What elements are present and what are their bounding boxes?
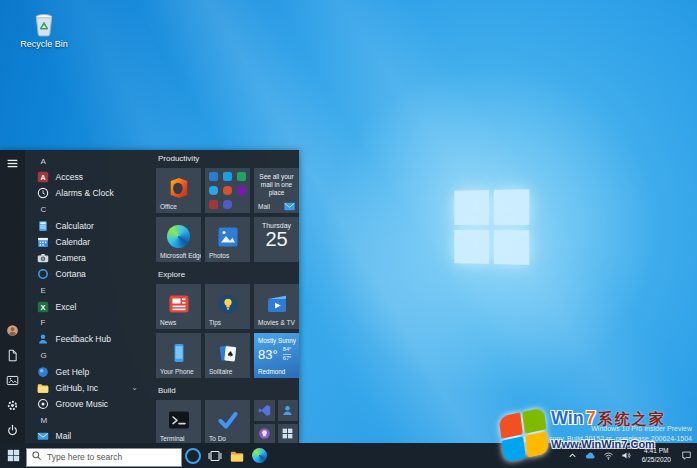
app-label: Feedback Hub bbox=[56, 334, 111, 344]
tile-github[interactable] bbox=[254, 424, 275, 444]
app-section-header-m[interactable]: M bbox=[31, 412, 146, 428]
app-list-item-alarms-clock[interactable]: Alarms & Clock bbox=[31, 185, 146, 201]
settings-gear-button[interactable] bbox=[5, 398, 20, 413]
tile-area: Productivity Office bbox=[146, 150, 299, 443]
camera-icon bbox=[37, 252, 49, 264]
task-view-icon bbox=[208, 449, 222, 463]
tile-your-phone[interactable]: Your Phone bbox=[156, 333, 201, 378]
app-list-item-camera[interactable]: Camera bbox=[31, 250, 146, 266]
app-list-item-calendar[interactable]: Calendar bbox=[31, 234, 146, 250]
cortana-button[interactable] bbox=[182, 443, 204, 468]
recycle-bin-icon bbox=[29, 8, 59, 38]
show-hidden-icons-button[interactable] bbox=[565, 443, 581, 468]
search-input[interactable] bbox=[26, 448, 182, 467]
app-label: GitHub, Inc bbox=[56, 383, 99, 393]
tile-office[interactable]: Office bbox=[156, 168, 201, 213]
tile-office-apps[interactable] bbox=[205, 168, 250, 213]
edge-taskbar-button[interactable] bbox=[248, 443, 270, 468]
taskbar-search bbox=[26, 446, 182, 465]
chevron-up-icon bbox=[567, 450, 578, 461]
tile-microsoft-edge[interactable]: Microsoft Edge bbox=[156, 217, 201, 262]
app-label: Access bbox=[56, 172, 83, 182]
mail-icon bbox=[37, 430, 49, 442]
action-center-button[interactable] bbox=[678, 443, 694, 468]
recycle-bin-desktop-icon[interactable]: Recycle Bin bbox=[14, 8, 74, 49]
tile-photos[interactable]: Photos bbox=[205, 217, 250, 262]
dev-person-icon bbox=[281, 404, 294, 417]
windows-logo-icon bbox=[7, 449, 20, 462]
volume-tray-button[interactable] bbox=[619, 443, 635, 468]
app-list-item-groove-music[interactable]: Groove Music bbox=[31, 396, 146, 412]
group-title-productivity: Productivity bbox=[158, 154, 299, 165]
mail-live-tile-message: See all your mail in one place bbox=[258, 173, 295, 197]
tile-grid-build: Terminal To Do bbox=[156, 400, 299, 443]
tile-dev-profile[interactable] bbox=[278, 400, 299, 421]
app-list-item-github-inc[interactable]: GitHub, Inc⌄ bbox=[31, 380, 146, 396]
tile-movies-tv[interactable]: Movies & TV bbox=[254, 284, 299, 329]
documents-button[interactable] bbox=[5, 348, 20, 363]
start-button[interactable] bbox=[0, 443, 26, 468]
tile-weather[interactable]: Mostly Sunny 83° 84° 67° Redmond bbox=[254, 333, 299, 378]
clock-date: 6/25/2020 bbox=[642, 456, 671, 465]
feedback-icon bbox=[37, 333, 49, 345]
app-list-item-cortana[interactable]: Cortana bbox=[31, 266, 146, 282]
power-button[interactable] bbox=[5, 423, 20, 438]
office-icon bbox=[168, 177, 190, 199]
user-account-button[interactable] bbox=[5, 323, 20, 338]
app-section-header-c[interactable]: C bbox=[31, 202, 146, 218]
action-center-icon bbox=[681, 450, 692, 461]
app-list-item-calculator[interactable]: Calculator bbox=[31, 218, 146, 234]
tile-label: Movies & TV bbox=[258, 319, 295, 326]
hamburger-menu-button[interactable] bbox=[5, 156, 20, 171]
tile-label: News bbox=[160, 319, 176, 326]
onedrive-tray-button[interactable] bbox=[583, 443, 599, 468]
app-section-header-e[interactable]: E bbox=[31, 283, 146, 299]
tile-label: Photos bbox=[209, 252, 229, 259]
app-list-item-feedback-hub[interactable]: Feedback Hub bbox=[31, 331, 146, 347]
access-mini-icon bbox=[209, 200, 218, 209]
windows-desktop: Recycle Bin bbox=[0, 0, 697, 468]
app-list-item-get-help[interactable]: Get Help bbox=[31, 363, 146, 379]
taskbar-clock[interactable]: 4:41 PM 6/25/2020 bbox=[637, 447, 676, 464]
tile-app-grid[interactable] bbox=[278, 424, 299, 444]
onenote-mini-icon bbox=[237, 186, 246, 195]
grid-icon bbox=[281, 427, 294, 440]
pictures-button[interactable] bbox=[5, 373, 20, 388]
start-menu: AAAccessAlarms & ClockCCalculatorCalenda… bbox=[0, 150, 299, 443]
tile-label: Office bbox=[160, 203, 177, 210]
powerpoint-mini-icon bbox=[223, 186, 232, 195]
to-do-icon bbox=[217, 409, 239, 431]
svg-text:♠: ♠ bbox=[226, 349, 234, 359]
tile-to-do[interactable]: To Do bbox=[205, 400, 250, 443]
weather-condition: Mostly Sunny bbox=[258, 337, 299, 344]
weather-high: 84° bbox=[283, 346, 292, 355]
app-section-header-g[interactable]: G bbox=[31, 347, 146, 363]
task-view-button[interactable] bbox=[204, 443, 226, 468]
app-section-header-a[interactable]: A bbox=[31, 153, 146, 169]
tile-mail[interactable]: See all your mail in one place Mail bbox=[254, 168, 299, 213]
start-app-list: AAAccessAlarms & ClockCCalculatorCalenda… bbox=[25, 150, 146, 443]
app-label: Calendar bbox=[56, 237, 91, 247]
tile-solitaire[interactable]: ♠ Solitaire bbox=[205, 333, 250, 378]
cortana-icon bbox=[185, 448, 201, 464]
chevron-down-icon: ⌄ bbox=[131, 385, 138, 391]
outlook-mini-icon bbox=[223, 172, 232, 181]
tile-news[interactable]: News bbox=[156, 284, 201, 329]
tile-terminal[interactable]: Terminal bbox=[156, 400, 201, 443]
edge-icon bbox=[167, 225, 190, 248]
weather-low: 67° bbox=[283, 355, 292, 363]
tile-calendar[interactable]: Thursday 25 bbox=[254, 217, 299, 262]
file-explorer-button[interactable] bbox=[226, 443, 248, 468]
small-tile-cluster bbox=[254, 400, 299, 443]
calendar-icon bbox=[37, 236, 49, 248]
tips-icon bbox=[217, 293, 239, 315]
tile-tips[interactable]: Tips bbox=[205, 284, 250, 329]
app-list-item-access[interactable]: AAccess bbox=[31, 169, 146, 185]
app-section-header-f[interactable]: F bbox=[31, 315, 146, 331]
app-list-item-excel[interactable]: XExcel bbox=[31, 299, 146, 315]
cortana-icon bbox=[37, 268, 49, 280]
excel-icon: X bbox=[37, 301, 49, 313]
app-list-item-mail[interactable]: Mail bbox=[31, 428, 146, 443]
tile-visual-studio[interactable] bbox=[254, 400, 275, 421]
network-tray-button[interactable] bbox=[601, 443, 617, 468]
